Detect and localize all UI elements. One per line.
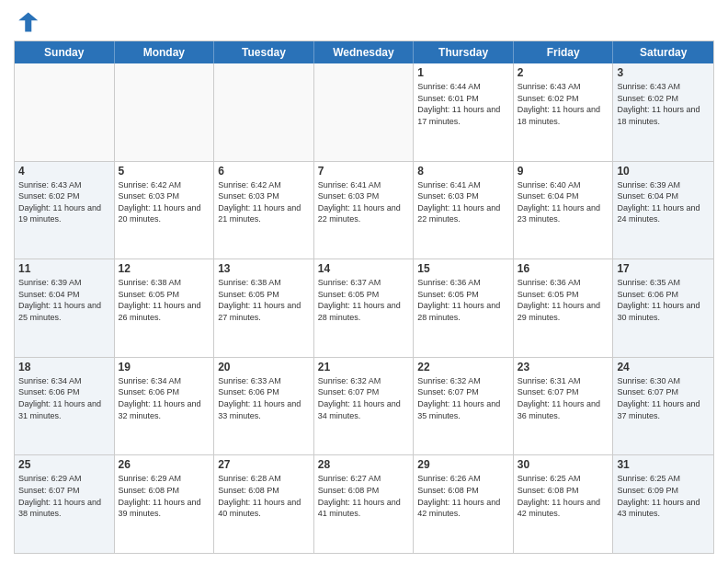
day-number: 5 [119,165,210,178]
day-number: 15 [417,262,509,275]
day-info: Sunrise: 6:41 AMSunset: 6:03 PMDaylight:… [318,179,410,225]
week-row-5: 25Sunrise: 6:29 AMSunset: 6:07 PMDayligh… [15,455,713,553]
header-day-wednesday: Wednesday [314,41,415,63]
day-number: 13 [218,262,310,275]
cal-cell-5-1: 25Sunrise: 6:29 AMSunset: 6:07 PMDayligh… [15,455,115,553]
day-number: 6 [218,165,310,178]
cal-cell-1-3 [214,63,314,161]
day-info: Sunrise: 6:28 AMSunset: 6:08 PMDaylight:… [218,473,310,519]
day-info: Sunrise: 6:32 AMSunset: 6:07 PMDaylight:… [318,375,410,421]
day-info: Sunrise: 6:43 AMSunset: 6:02 PMDaylight:… [18,179,110,225]
header [14,9,714,35]
week-row-3: 11Sunrise: 6:39 AMSunset: 6:04 PMDayligh… [15,259,713,358]
day-info: Sunrise: 6:41 AMSunset: 6:03 PMDaylight:… [417,179,509,225]
day-info: Sunrise: 6:42 AMSunset: 6:03 PMDaylight:… [218,179,310,225]
header-day-friday: Friday [514,41,614,63]
cal-cell-5-4: 28Sunrise: 6:27 AMSunset: 6:08 PMDayligh… [314,455,415,553]
day-info: Sunrise: 6:44 AMSunset: 6:01 PMDaylight:… [417,81,509,127]
cal-cell-1-1 [15,63,115,161]
cal-cell-1-2 [115,63,215,161]
day-number: 30 [518,458,609,471]
cal-cell-4-5: 22Sunrise: 6:32 AMSunset: 6:07 PMDayligh… [414,358,514,455]
day-number: 27 [218,458,310,471]
cal-cell-3-6: 16Sunrise: 6:36 AMSunset: 6:05 PMDayligh… [514,259,614,357]
day-number: 7 [318,165,410,178]
cal-cell-1-5: 1Sunrise: 6:44 AMSunset: 6:01 PMDaylight… [414,63,514,161]
day-number: 17 [617,262,710,275]
day-number: 8 [417,165,509,178]
day-number: 12 [119,262,210,275]
day-number: 14 [318,262,410,275]
day-info: Sunrise: 6:34 AMSunset: 6:06 PMDaylight:… [119,375,210,421]
day-info: Sunrise: 6:37 AMSunset: 6:05 PMDaylight:… [318,277,410,323]
cal-cell-5-2: 26Sunrise: 6:29 AMSunset: 6:08 PMDayligh… [115,455,215,553]
cal-cell-4-3: 20Sunrise: 6:33 AMSunset: 6:06 PMDayligh… [214,358,314,455]
cal-cell-1-6: 2Sunrise: 6:43 AMSunset: 6:02 PMDaylight… [514,63,614,161]
day-number: 9 [518,165,609,178]
day-info: Sunrise: 6:42 AMSunset: 6:03 PMDaylight:… [119,179,210,225]
cal-cell-3-4: 14Sunrise: 6:37 AMSunset: 6:05 PMDayligh… [314,259,415,357]
day-info: Sunrise: 6:38 AMSunset: 6:05 PMDaylight:… [119,277,210,323]
day-info: Sunrise: 6:36 AMSunset: 6:05 PMDaylight:… [518,277,609,323]
header-day-monday: Monday [115,41,215,63]
day-info: Sunrise: 6:31 AMSunset: 6:07 PMDaylight:… [518,375,609,421]
day-number: 1 [417,66,509,79]
cal-cell-2-2: 5Sunrise: 6:42 AMSunset: 6:03 PMDaylight… [115,162,215,259]
day-number: 25 [18,458,110,471]
day-info: Sunrise: 6:43 AMSunset: 6:02 PMDaylight:… [617,81,710,127]
day-number: 3 [617,66,710,79]
day-info: Sunrise: 6:25 AMSunset: 6:08 PMDaylight:… [518,473,609,519]
day-number: 23 [518,361,609,373]
day-info: Sunrise: 6:34 AMSunset: 6:06 PMDaylight:… [18,375,110,421]
day-info: Sunrise: 6:26 AMSunset: 6:08 PMDaylight:… [417,473,509,519]
cal-cell-5-5: 29Sunrise: 6:26 AMSunset: 6:08 PMDayligh… [414,455,514,553]
cal-cell-2-1: 4Sunrise: 6:43 AMSunset: 6:02 PMDaylight… [15,162,115,259]
day-number: 22 [417,361,509,373]
cal-cell-3-1: 11Sunrise: 6:39 AMSunset: 6:04 PMDayligh… [15,259,115,357]
header-day-sunday: Sunday [15,41,115,63]
day-info: Sunrise: 6:36 AMSunset: 6:05 PMDaylight:… [417,277,509,323]
calendar-body: 1Sunrise: 6:44 AMSunset: 6:01 PMDaylight… [15,63,713,553]
cal-cell-3-7: 17Sunrise: 6:35 AMSunset: 6:06 PMDayligh… [613,259,713,357]
calendar-header-row: SundayMondayTuesdayWednesdayThursdayFrid… [15,41,713,63]
day-number: 26 [119,458,210,471]
day-number: 20 [218,361,310,373]
day-info: Sunrise: 6:39 AMSunset: 6:04 PMDaylight:… [617,179,710,225]
cal-cell-5-6: 30Sunrise: 6:25 AMSunset: 6:08 PMDayligh… [514,455,614,553]
cal-cell-1-7: 3Sunrise: 6:43 AMSunset: 6:02 PMDaylight… [613,63,713,161]
cal-cell-4-7: 24Sunrise: 6:30 AMSunset: 6:07 PMDayligh… [613,358,713,455]
cal-cell-4-6: 23Sunrise: 6:31 AMSunset: 6:07 PMDayligh… [514,358,614,455]
logo [14,9,43,35]
day-info: Sunrise: 6:35 AMSunset: 6:06 PMDaylight:… [617,277,710,323]
day-info: Sunrise: 6:27 AMSunset: 6:08 PMDaylight:… [318,473,410,519]
day-number: 21 [318,361,410,373]
week-row-4: 18Sunrise: 6:34 AMSunset: 6:06 PMDayligh… [15,358,713,456]
cal-cell-2-6: 9Sunrise: 6:40 AMSunset: 6:04 PMDaylight… [514,162,614,259]
week-row-2: 4Sunrise: 6:43 AMSunset: 6:02 PMDaylight… [15,162,713,260]
cal-cell-2-3: 6Sunrise: 6:42 AMSunset: 6:03 PMDaylight… [214,162,314,259]
day-info: Sunrise: 6:33 AMSunset: 6:06 PMDaylight:… [218,375,310,421]
day-info: Sunrise: 6:30 AMSunset: 6:07 PMDaylight:… [617,375,710,421]
day-info: Sunrise: 6:39 AMSunset: 6:04 PMDaylight:… [18,277,110,323]
day-number: 10 [617,165,710,178]
day-number: 2 [518,66,609,79]
cal-cell-2-4: 7Sunrise: 6:41 AMSunset: 6:03 PMDaylight… [314,162,415,259]
day-number: 4 [18,165,110,178]
header-day-tuesday: Tuesday [214,41,314,63]
cal-cell-4-2: 19Sunrise: 6:34 AMSunset: 6:06 PMDayligh… [115,358,215,455]
day-info: Sunrise: 6:29 AMSunset: 6:08 PMDaylight:… [119,473,210,519]
cal-cell-2-7: 10Sunrise: 6:39 AMSunset: 6:04 PMDayligh… [613,162,713,259]
cal-cell-5-7: 31Sunrise: 6:25 AMSunset: 6:09 PMDayligh… [613,455,713,553]
day-number: 31 [617,458,710,471]
header-day-thursday: Thursday [414,41,514,63]
header-day-saturday: Saturday [613,41,713,63]
day-info: Sunrise: 6:32 AMSunset: 6:07 PMDaylight:… [417,375,509,421]
cal-cell-3-3: 13Sunrise: 6:38 AMSunset: 6:05 PMDayligh… [214,259,314,357]
day-number: 29 [417,458,509,471]
svg-marker-0 [18,13,38,32]
cal-cell-3-5: 15Sunrise: 6:36 AMSunset: 6:05 PMDayligh… [414,259,514,357]
day-info: Sunrise: 6:40 AMSunset: 6:04 PMDaylight:… [518,179,609,225]
cal-cell-4-4: 21Sunrise: 6:32 AMSunset: 6:07 PMDayligh… [314,358,415,455]
day-number: 16 [518,262,609,275]
day-number: 24 [617,361,710,373]
